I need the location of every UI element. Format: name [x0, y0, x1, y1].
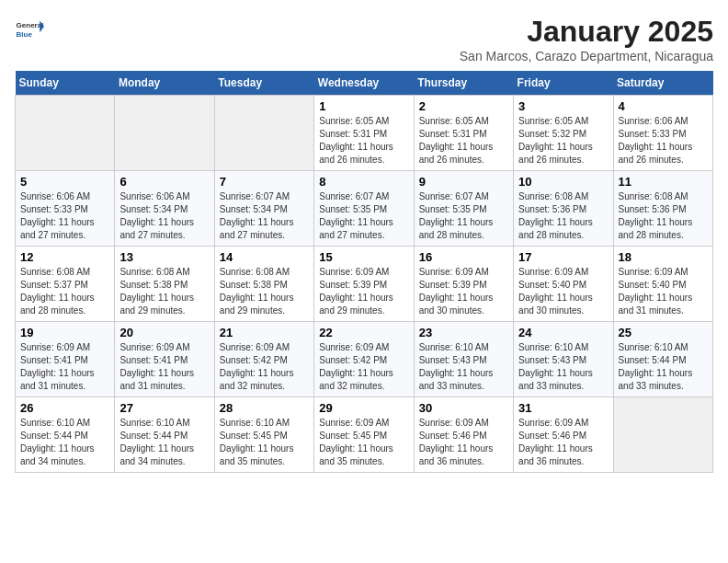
- sunset-text: Sunset: 5:39 PM: [419, 280, 487, 290]
- weekday-header-cell: Monday: [115, 71, 214, 96]
- daylight-text: Daylight: 11 hours and 30 minutes.: [419, 293, 494, 316]
- day-info: Sunrise: 6:07 AM Sunset: 5:34 PM Dayligh…: [220, 190, 309, 242]
- weekday-header-cell: Wednesday: [314, 71, 414, 96]
- day-info: Sunrise: 6:10 AM Sunset: 5:43 PM Dayligh…: [419, 341, 508, 393]
- day-info: Sunrise: 6:09 AM Sunset: 5:46 PM Dayligh…: [518, 417, 608, 468]
- sunset-text: Sunset: 5:31 PM: [419, 129, 487, 139]
- svg-text:General: General: [17, 21, 44, 29]
- sunset-text: Sunset: 5:39 PM: [319, 280, 387, 290]
- day-number: 10: [518, 175, 608, 189]
- calendar-day-cell: 18 Sunrise: 6:09 AM Sunset: 5:40 PM Dayl…: [613, 247, 712, 322]
- daylight-text: Daylight: 11 hours and 28 minutes.: [419, 217, 494, 240]
- sunset-text: Sunset: 5:32 PM: [518, 129, 586, 139]
- sunset-text: Sunset: 5:40 PM: [518, 280, 586, 290]
- sunset-text: Sunset: 5:31 PM: [319, 129, 387, 139]
- day-info: Sunrise: 6:05 AM Sunset: 5:31 PM Dayligh…: [419, 115, 508, 167]
- calendar-day-cell: 14 Sunrise: 6:08 AM Sunset: 5:38 PM Dayl…: [214, 247, 313, 322]
- day-number: 31: [518, 401, 608, 415]
- sunrise-text: Sunrise: 6:09 AM: [319, 267, 389, 277]
- sunset-text: Sunset: 5:40 PM: [619, 280, 687, 290]
- location: San Marcos, Carazo Department, Nicaragua: [460, 49, 713, 63]
- calendar-day-cell: 21 Sunrise: 6:09 AM Sunset: 5:42 PM Dayl…: [214, 322, 313, 397]
- calendar-day-cell: 1 Sunrise: 6:05 AM Sunset: 5:31 PM Dayli…: [314, 96, 414, 171]
- calendar-day-cell: 28 Sunrise: 6:10 AM Sunset: 5:45 PM Dayl…: [214, 397, 313, 473]
- day-info: Sunrise: 6:05 AM Sunset: 5:31 PM Dayligh…: [319, 115, 408, 167]
- day-number: 2: [419, 99, 508, 113]
- daylight-text: Daylight: 11 hours and 32 minutes.: [220, 368, 294, 391]
- daylight-text: Daylight: 11 hours and 32 minutes.: [319, 368, 393, 391]
- daylight-text: Daylight: 11 hours and 27 minutes.: [319, 217, 393, 240]
- daylight-text: Daylight: 11 hours and 29 minutes.: [220, 293, 294, 316]
- sunrise-text: Sunrise: 6:09 AM: [220, 342, 290, 352]
- sunrise-text: Sunrise: 6:08 AM: [619, 191, 688, 201]
- calendar-day-cell: 3 Sunrise: 6:05 AM Sunset: 5:32 PM Dayli…: [514, 96, 613, 171]
- day-number: 15: [319, 250, 408, 264]
- daylight-text: Daylight: 11 hours and 27 minutes.: [220, 217, 294, 240]
- daylight-text: Daylight: 11 hours and 31 minutes.: [619, 293, 693, 316]
- weekday-header-row: SundayMondayTuesdayWednesdayThursdayFrid…: [16, 71, 713, 96]
- calendar-week-row: 1 Sunrise: 6:05 AM Sunset: 5:31 PM Dayli…: [16, 96, 713, 171]
- day-info: Sunrise: 6:09 AM Sunset: 5:41 PM Dayligh…: [20, 341, 109, 393]
- day-info: Sunrise: 6:09 AM Sunset: 5:42 PM Dayligh…: [220, 341, 309, 393]
- calendar-day-cell: 26 Sunrise: 6:10 AM Sunset: 5:44 PM Dayl…: [16, 397, 115, 473]
- sunrise-text: Sunrise: 6:08 AM: [518, 191, 588, 201]
- calendar-day-cell: 2 Sunrise: 6:05 AM Sunset: 5:31 PM Dayli…: [414, 96, 513, 171]
- day-number: 14: [220, 250, 309, 264]
- day-info: Sunrise: 6:09 AM Sunset: 5:41 PM Dayligh…: [119, 341, 209, 393]
- day-number: 4: [619, 99, 708, 113]
- day-info: Sunrise: 6:05 AM Sunset: 5:32 PM Dayligh…: [518, 115, 608, 167]
- sunset-text: Sunset: 5:33 PM: [619, 129, 687, 139]
- daylight-text: Daylight: 11 hours and 26 minutes.: [518, 142, 593, 165]
- daylight-text: Daylight: 11 hours and 29 minutes.: [319, 293, 393, 316]
- calendar-day-cell: 4 Sunrise: 6:06 AM Sunset: 5:33 PM Dayli…: [613, 96, 712, 171]
- sunset-text: Sunset: 5:42 PM: [319, 355, 387, 365]
- daylight-text: Daylight: 11 hours and 28 minutes.: [619, 217, 693, 240]
- day-number: 7: [220, 175, 309, 189]
- daylight-text: Daylight: 11 hours and 30 minutes.: [518, 293, 593, 316]
- day-number: 11: [619, 175, 708, 189]
- daylight-text: Daylight: 11 hours and 28 minutes.: [518, 217, 593, 240]
- day-number: 5: [20, 175, 109, 189]
- sunrise-text: Sunrise: 6:09 AM: [518, 418, 588, 428]
- day-info: Sunrise: 6:07 AM Sunset: 5:35 PM Dayligh…: [319, 190, 408, 242]
- calendar-day-cell: 15 Sunrise: 6:09 AM Sunset: 5:39 PM Dayl…: [314, 247, 414, 322]
- day-info: Sunrise: 6:08 AM Sunset: 5:38 PM Dayligh…: [220, 266, 309, 317]
- weekday-header-cell: Sunday: [16, 71, 115, 96]
- sunrise-text: Sunrise: 6:10 AM: [518, 342, 588, 352]
- title-block: January 2025 San Marcos, Carazo Departme…: [460, 15, 713, 63]
- day-number: 28: [220, 401, 309, 415]
- calendar-day-cell: 7 Sunrise: 6:07 AM Sunset: 5:34 PM Dayli…: [214, 171, 313, 247]
- calendar-day-cell: 12 Sunrise: 6:08 AM Sunset: 5:37 PM Dayl…: [16, 247, 115, 322]
- page-header: General Blue January 2025 San Marcos, Ca…: [15, 15, 713, 63]
- sunset-text: Sunset: 5:41 PM: [20, 355, 88, 365]
- calendar-week-row: 26 Sunrise: 6:10 AM Sunset: 5:44 PM Dayl…: [16, 397, 713, 473]
- daylight-text: Daylight: 11 hours and 34 minutes.: [20, 443, 95, 466]
- sunrise-text: Sunrise: 6:09 AM: [419, 418, 489, 428]
- daylight-text: Daylight: 11 hours and 33 minutes.: [518, 368, 593, 391]
- daylight-text: Daylight: 11 hours and 28 minutes.: [20, 293, 95, 316]
- day-info: Sunrise: 6:10 AM Sunset: 5:44 PM Dayligh…: [619, 341, 708, 393]
- day-info: Sunrise: 6:08 AM Sunset: 5:38 PM Dayligh…: [119, 266, 209, 317]
- day-info: Sunrise: 6:07 AM Sunset: 5:35 PM Dayligh…: [419, 190, 508, 242]
- daylight-text: Daylight: 11 hours and 31 minutes.: [20, 368, 95, 391]
- sunrise-text: Sunrise: 6:10 AM: [619, 342, 688, 352]
- day-number: 9: [419, 175, 508, 189]
- day-info: Sunrise: 6:09 AM Sunset: 5:39 PM Dayligh…: [419, 266, 508, 317]
- calendar-day-cell: 20 Sunrise: 6:09 AM Sunset: 5:41 PM Dayl…: [115, 322, 214, 397]
- sunrise-text: Sunrise: 6:08 AM: [220, 267, 290, 277]
- month-title: January 2025: [460, 15, 713, 49]
- sunrise-text: Sunrise: 6:09 AM: [319, 418, 389, 428]
- sunset-text: Sunset: 5:37 PM: [20, 280, 88, 290]
- sunset-text: Sunset: 5:45 PM: [319, 431, 387, 441]
- calendar-day-cell: 5 Sunrise: 6:06 AM Sunset: 5:33 PM Dayli…: [16, 171, 115, 247]
- daylight-text: Daylight: 11 hours and 27 minutes.: [119, 217, 194, 240]
- calendar-week-row: 19 Sunrise: 6:09 AM Sunset: 5:41 PM Dayl…: [16, 322, 713, 397]
- sunset-text: Sunset: 5:38 PM: [119, 280, 188, 290]
- sunrise-text: Sunrise: 6:06 AM: [20, 191, 90, 201]
- sunset-text: Sunset: 5:43 PM: [518, 355, 586, 365]
- day-info: Sunrise: 6:10 AM Sunset: 5:44 PM Dayligh…: [20, 417, 109, 468]
- weekday-header-cell: Saturday: [613, 71, 712, 96]
- day-number: 22: [319, 326, 408, 339]
- sunrise-text: Sunrise: 6:10 AM: [20, 418, 90, 428]
- daylight-text: Daylight: 11 hours and 26 minutes.: [319, 142, 393, 165]
